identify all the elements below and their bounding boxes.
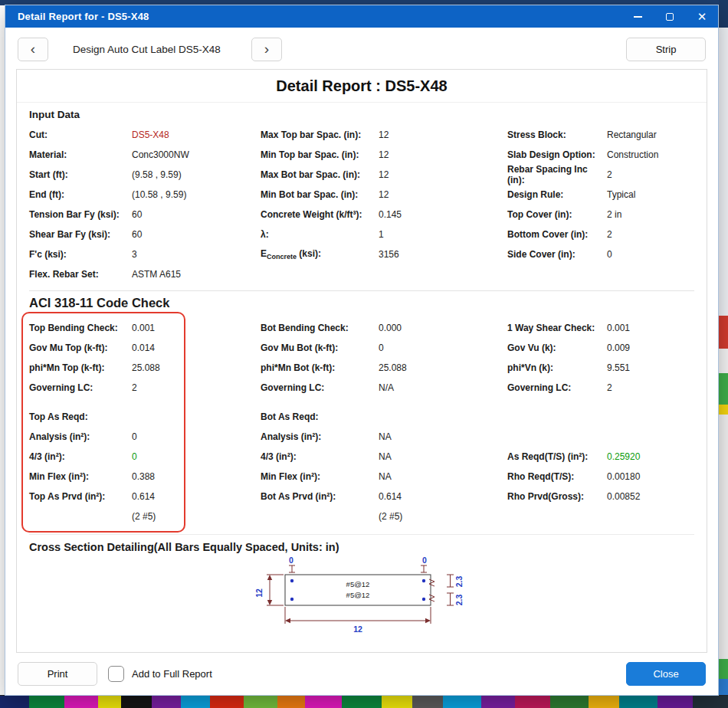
report-row: Stress Block:Rectangular: [507, 125, 694, 145]
row-value: 0.000: [379, 323, 402, 333]
row-value: 25.088: [132, 362, 160, 373]
row-label: As Reqd(T/S) (in²):: [507, 451, 607, 462]
report-row: phi*Mn Top (k-ft):25.088: [29, 358, 261, 378]
row-value: NA: [379, 471, 392, 482]
row-label: phi*Mn Bot (k-ft):: [261, 362, 379, 373]
code-check-heading: ACI 318-11 Code Check: [29, 296, 694, 310]
cross-section-heading: Cross Section Detailing(All Bars Equally…: [29, 541, 694, 553]
row-value: 12: [379, 169, 389, 180]
row-value: (10.58 , 9.59): [132, 189, 186, 200]
row-label: Cut:: [29, 129, 132, 140]
report-row: Analysis (in²):0: [29, 427, 261, 447]
input-data-col1: Cut:DS5-X48Material:Conc3000NWStart (ft)…: [29, 125, 261, 284]
report-row: [507, 427, 694, 447]
row-value: N/A: [379, 382, 394, 393]
strip-button[interactable]: Strip: [626, 38, 706, 61]
row-value: 0.25920: [607, 451, 640, 462]
close-button[interactable]: Close: [626, 662, 706, 686]
row-label: Stress Block:: [507, 129, 607, 140]
row-value: (2 #5): [132, 511, 156, 522]
row-label: Max Bot bar Spac. (in):: [261, 169, 379, 180]
report-row: Rebar Spacing Inc (in):2: [507, 165, 694, 185]
report-row: Concrete Weight (k/ft³):0.145: [261, 205, 507, 225]
add-to-full-report-checkbox[interactable]: [108, 666, 124, 682]
report-row: Gov Mu Top (k-ft):0.014: [29, 338, 261, 358]
row-label: End (ft):: [29, 189, 132, 200]
previous-cut-button[interactable]: ‹: [18, 38, 48, 61]
close-window-button[interactable]: ✕: [686, 5, 718, 28]
row-label: Max Top bar Spac. (in):: [261, 129, 379, 140]
cross-section-diagram: #5@12 #5@12 0 0: [231, 555, 492, 638]
report-row: Design Rule:Typical: [507, 185, 694, 205]
report-row: 4/3 (in²):0: [29, 447, 261, 467]
cross-section-section: Cross Section Detailing(All Bars Equally…: [17, 541, 707, 638]
code-check-col2: Bot Bending Check:0.000Gov Mu Bot (k-ft)…: [261, 318, 507, 526]
report-row: Min Flex (in²):0.388: [29, 467, 261, 487]
dim-right-bottom: 2.3: [454, 595, 464, 606]
report-row: Governing LC:2: [29, 378, 261, 398]
background-app-plan-strip: [0, 695, 728, 708]
row-label: Min Flex (in²):: [29, 471, 132, 482]
row-value: 0: [607, 249, 612, 260]
dialog-titlebar[interactable]: Detail Report for - DS5-X48 ✕: [5, 5, 718, 28]
row-value: 0.614: [379, 491, 402, 502]
background-app-right-edge: [719, 0, 728, 708]
row-label: Slab Design Option:: [507, 149, 607, 160]
report-row: Min Top bar Spac. (in):12: [261, 145, 507, 165]
report-row: Top Bending Check:0.001: [29, 318, 261, 338]
row-value: Typical: [607, 189, 635, 200]
row-value: 0.388: [132, 471, 155, 482]
row-label: λ:: [261, 229, 379, 240]
row-value: 0: [132, 431, 137, 442]
row-label: 4/3 (in²):: [261, 451, 379, 462]
row-value: Rectangular: [607, 129, 657, 140]
row-label: Gov Mu Top (k-ft):: [29, 343, 132, 353]
chevron-right-icon: ›: [264, 41, 269, 56]
report-row: [507, 407, 694, 427]
row-value: NA: [379, 451, 392, 462]
report-row: Slab Design Option:Construction: [507, 145, 694, 165]
row-label: phi*Vn (k):: [507, 362, 607, 373]
report-row: F'c (ksi):3: [29, 244, 261, 264]
row-label: Flex. Rebar Set:: [29, 269, 132, 280]
report-row: Gov Vu (k):0.009: [507, 338, 694, 358]
row-label: Top As Reqd:: [29, 411, 132, 422]
row-value: 2: [607, 169, 612, 180]
dim-right-top: 2.3: [454, 576, 464, 588]
report-row: Max Top bar Spac. (in):12: [261, 125, 507, 145]
code-check-col3: 1 Way Shear Check:0.001Gov Vu (k):0.009p…: [507, 318, 694, 526]
row-value: 0.00852: [607, 491, 640, 502]
code-check-columns: Top Bending Check:0.001Gov Mu Top (k-ft)…: [29, 318, 694, 526]
minimize-button[interactable]: [621, 5, 654, 28]
row-value: DS5-X48: [132, 129, 169, 140]
row-label: Rho Prvd(Gross):: [507, 491, 607, 502]
row-value: 2: [607, 382, 612, 393]
nav-cut-label: Design Auto Cut Label DS5-X48: [73, 44, 221, 55]
report-row: (2 #5): [29, 506, 261, 526]
row-value: (9.58 , 9.59): [132, 169, 182, 180]
row-label: Top Bending Check:: [29, 323, 132, 333]
report-row: Start (ft):(9.58 , 9.59): [29, 165, 261, 185]
report-row: Bottom Cover (in):2: [507, 225, 694, 244]
dim-top-left: 0: [289, 556, 293, 565]
row-label: Design Rule:: [507, 189, 607, 200]
row-value: 0.614: [132, 491, 155, 502]
row-label: Gov Vu (k):: [507, 343, 607, 353]
input-data-col3: Stress Block:RectangularSlab Design Opti…: [507, 125, 694, 284]
report-row: Bot As Prvd (in²):0.614: [261, 487, 507, 506]
print-button[interactable]: Print: [18, 662, 97, 686]
report-row: Top As Reqd:: [29, 407, 261, 427]
row-value: 0.001: [607, 323, 630, 333]
section-divider: [29, 290, 694, 291]
report-row: End (ft):(10.58 , 9.59): [29, 185, 261, 205]
maximize-button[interactable]: [654, 5, 686, 28]
report-row: Flex. Rebar Set:ASTM A615: [29, 264, 261, 284]
row-label: Tension Bar Fy (ksi):: [29, 209, 132, 220]
report-row: As Reqd(T/S) (in²):0.25920: [507, 447, 694, 467]
report-row: Bot As Reqd:: [261, 407, 507, 427]
row-label: Material:: [29, 149, 132, 160]
report-row: Top Cover (in):2 in: [507, 205, 694, 225]
row-value: 9.551: [607, 362, 630, 373]
next-cut-button[interactable]: ›: [251, 38, 282, 61]
code-check-section: ACI 318-11 Code Check Top Bending Check:…: [17, 296, 707, 526]
